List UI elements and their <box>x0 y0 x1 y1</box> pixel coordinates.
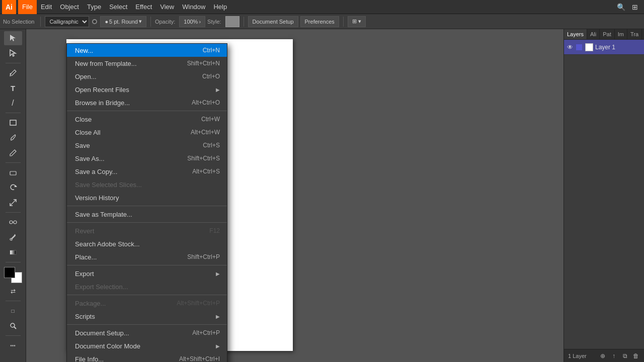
tool-line[interactable]: / <box>4 96 22 110</box>
menu-shortcut: Ctrl+O <box>202 73 220 80</box>
move-selection-icon[interactable]: ↑ <box>610 352 618 360</box>
menu-item-export[interactable]: Export▶ <box>67 267 227 280</box>
menu-shortcut: Alt+Ctrl+O <box>192 99 220 106</box>
layer-item-1[interactable]: 👁 Layer 1 <box>564 40 644 55</box>
menu-select[interactable]: Select <box>105 0 131 14</box>
workspace-icon[interactable]: ⊞ <box>630 2 640 12</box>
arrange-mode-btn[interactable]: ⊞ ▾ <box>348 16 366 27</box>
tool-swap-colors[interactable]: ⇄ <box>4 284 22 298</box>
tool-blend[interactable] <box>4 215 22 229</box>
menu-item-save[interactable]: SaveCtrl+S <box>67 139 227 152</box>
options-bar: No Selection Calligraphic ● 5 pt. Round … <box>0 14 644 29</box>
menu-object[interactable]: Object <box>56 0 83 14</box>
menu-item-label: Browse in Bridge... <box>75 99 130 107</box>
tool-more[interactable]: ••• <box>4 338 22 352</box>
tool-eraser[interactable] <box>4 165 22 179</box>
menu-item-browse-bridge[interactable]: Browse in Bridge...Alt+Ctrl+O <box>67 96 227 109</box>
layer-visibility-toggle[interactable]: 👁 <box>566 43 574 51</box>
delete-layer-icon[interactable]: 🗑 <box>632 352 640 360</box>
duplicate-layer-icon[interactable]: ⧉ <box>621 352 629 360</box>
menu-separator <box>67 265 227 265</box>
menu-item-open-recent[interactable]: Open Recent Files▶ <box>67 83 227 96</box>
menu-item-save-as[interactable]: Save As...Shift+Ctrl+S <box>67 152 227 165</box>
panel-tab-pat[interactable]: Pat <box>600 29 615 39</box>
panel-tab-tra[interactable]: Tra <box>627 29 642 39</box>
menu-window[interactable]: Window <box>178 0 209 14</box>
menu-item-close-all[interactable]: Close AllAlt+Ctrl+W <box>67 126 227 139</box>
file-dropdown-menu: New...Ctrl+NNew from Template...Shift+Ct… <box>66 43 227 362</box>
create-sublayer-icon[interactable]: ⊕ <box>599 352 607 360</box>
opacity-value-btn[interactable]: 100% › <box>179 16 205 27</box>
menu-item-scripts[interactable]: Scripts▶ <box>67 310 227 323</box>
menu-type[interactable]: Type <box>83 0 105 14</box>
tool-type[interactable]: T <box>4 81 22 95</box>
tool-brush[interactable] <box>4 131 22 145</box>
menu-shortcut: Ctrl+S <box>203 142 220 149</box>
tool-gradient[interactable] <box>4 245 22 259</box>
tool-sep-4 <box>6 212 21 213</box>
divider-1 <box>40 17 41 27</box>
menu-item-version-history[interactable]: Version History <box>67 191 227 204</box>
preferences-btn[interactable]: Preferences <box>300 16 339 27</box>
panel-tab-ali[interactable]: Ali <box>587 29 600 39</box>
search-icon[interactable]: 🔍 <box>616 2 626 12</box>
color-swatches[interactable] <box>4 267 22 283</box>
svg-marker-1 <box>10 50 16 56</box>
tool-sep-2 <box>6 113 21 113</box>
menu-item-save-template[interactable]: Save as Template... <box>67 208 227 221</box>
menu-item-doc-color[interactable]: Document Color Mode▶ <box>67 339 227 352</box>
tools-panel: T / <box>0 29 26 362</box>
svg-point-12 <box>11 323 15 327</box>
menu-shortcut: Alt+Ctrl+S <box>192 168 220 175</box>
menu-view[interactable]: View <box>156 0 178 14</box>
menu-shortcut: Shift+Ctrl+S <box>187 155 220 162</box>
tool-pencil[interactable] <box>4 146 22 160</box>
app-logo: Ai <box>2 0 16 14</box>
menu-item-search-stock[interactable]: Search Adobe Stock... <box>67 237 227 250</box>
menu-item-save-copy[interactable]: Save a Copy...Alt+Ctrl+S <box>67 165 227 178</box>
menu-item-new-template[interactable]: New from Template...Shift+Ctrl+N <box>67 57 227 70</box>
tool-sep-7 <box>6 335 21 336</box>
menu-help[interactable]: Help <box>209 0 231 14</box>
brush-style-select[interactable]: Calligraphic <box>45 16 89 27</box>
panel-tab-layers[interactable]: Layers <box>564 29 587 39</box>
layer-thumbnail <box>585 43 593 51</box>
style-btn[interactable] <box>225 16 239 27</box>
menu-edit[interactable]: Edit <box>37 0 56 14</box>
menu-item-new[interactable]: New...Ctrl+N <box>67 44 227 57</box>
menu-item-label: Open... <box>75 73 97 80</box>
tool-direct-select[interactable] <box>4 46 22 60</box>
brush-dot-indicator <box>92 19 97 24</box>
canvas-area: Go to “File > New” (Ctrl + N) New...Ctrl… <box>26 29 564 362</box>
tool-rect[interactable] <box>4 116 22 130</box>
tool-select[interactable] <box>4 31 22 45</box>
menu-effect[interactable]: Effect <box>131 0 156 14</box>
menu-item-file-info[interactable]: File Info...Alt+Shift+Ctrl+I <box>67 352 227 362</box>
tool-rotate[interactable] <box>4 180 22 195</box>
menu-item-open[interactable]: Open...Ctrl+O <box>67 70 227 83</box>
menu-item-place[interactable]: Place...Shift+Ctrl+P <box>67 250 227 263</box>
menu-item-label: Version History <box>75 194 119 202</box>
tool-normal-mode[interactable]: □ <box>4 304 22 318</box>
tool-zoom[interactable] <box>4 319 22 333</box>
tool-pen[interactable] <box>4 66 22 80</box>
tool-scale[interactable] <box>4 196 22 210</box>
foreground-color-swatch[interactable] <box>4 267 15 278</box>
menu-item-label: Document Setup... <box>75 329 129 337</box>
doc-setup-btn[interactable]: Document Setup <box>248 16 298 27</box>
tool-eyedropper[interactable] <box>4 230 22 244</box>
panel-tab-im[interactable]: Im <box>615 29 627 39</box>
tool-sep-5 <box>6 262 21 262</box>
svg-rect-4 <box>10 171 16 175</box>
menu-item-label: Save <box>75 142 90 149</box>
divider-3 <box>244 17 244 27</box>
menu-item-package: Package...Alt+Shift+Ctrl+P <box>67 297 227 310</box>
menu-shortcut: Alt+Ctrl+P <box>192 329 220 336</box>
menu-item-close[interactable]: CloseCtrl+W <box>67 113 227 126</box>
menu-item-doc-setup[interactable]: Document Setup...Alt+Ctrl+P <box>67 326 227 339</box>
menu-item-label: Document Color Mode <box>75 342 140 350</box>
svg-point-8 <box>14 221 17 224</box>
brush-size-btn[interactable]: ● 5 pt. Round ▾ <box>100 16 146 27</box>
menu-file[interactable]: File <box>18 0 37 14</box>
menu-shortcut: Alt+Ctrl+W <box>191 129 220 136</box>
